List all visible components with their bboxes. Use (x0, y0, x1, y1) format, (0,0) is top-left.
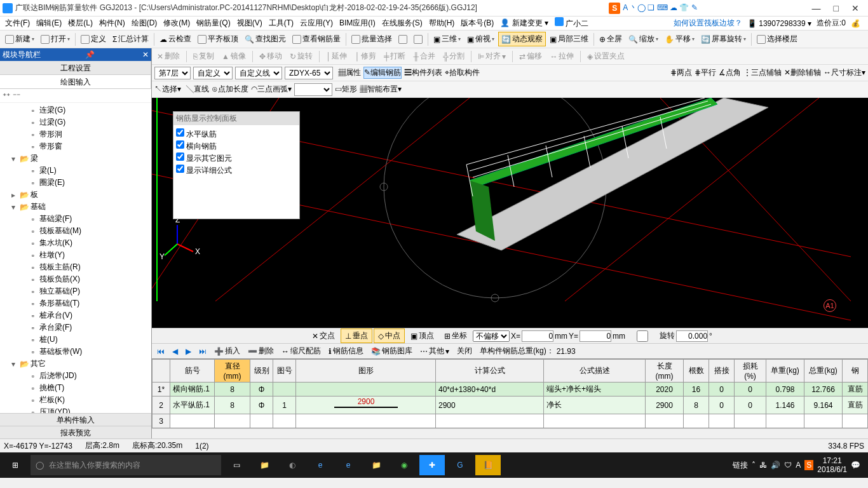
pin-icon[interactable]: 📌 (85, 50, 95, 59)
arc-option-select[interactable] (294, 83, 332, 96)
3d-button[interactable]: ▣三维▾ (431, 32, 463, 46)
line-button[interactable]: ╲直线 (186, 84, 209, 95)
help-link[interactable]: 如何设置筏板边坡？ (674, 18, 742, 29)
sum-button[interactable]: Σ汇总计算 (110, 32, 151, 46)
mirror-button[interactable]: ▲镜像 (219, 50, 248, 63)
coin-balance[interactable]: 造价豆:0 (817, 18, 846, 29)
batch-button[interactable]: 批量选择 (349, 32, 395, 46)
table-header[interactable]: 级别 (250, 360, 273, 383)
stretch-button[interactable]: ↔拉伸 (547, 50, 576, 63)
table-cell[interactable] (709, 414, 735, 428)
display-option[interactable]: 显示其它图元 (176, 152, 297, 164)
rebar-display-panel[interactable]: 钢筋显示控制面板 水平纵筋 横向钢筋 显示其它图元 显示详细公式 (173, 111, 300, 219)
table-header[interactable] (153, 360, 170, 383)
table-cell[interactable] (735, 414, 766, 428)
display-option[interactable]: 显示详细公式 (176, 165, 297, 176)
grip-button[interactable]: ◈设置夹点 (585, 50, 627, 63)
tree-node[interactable]: ▫柱墩(Y) (1, 249, 150, 261)
tree-node[interactable]: ▫条形基础(T) (1, 297, 150, 309)
tray-volume-icon[interactable]: 🔊 (771, 461, 780, 470)
close-button[interactable]: ✕ (851, 3, 859, 13)
cortana-search[interactable]: ◯ 在这里输入你要搜索的内容 (31, 455, 221, 475)
table-cell[interactable]: 0 (709, 396, 735, 414)
snap-perpendicular[interactable]: ⊥垂点 (341, 329, 372, 343)
open-button[interactable]: 打开▾ (38, 32, 72, 46)
find-button[interactable]: 🔍查找图元 (242, 32, 288, 46)
break-button[interactable]: ╪打断 (381, 50, 409, 63)
table-cell[interactable]: 2020 (646, 383, 684, 396)
insert-row-button[interactable]: ➕插入 (212, 344, 243, 358)
table-header[interactable]: 公式描述 (544, 360, 646, 383)
table-header[interactable]: 图形 (296, 360, 436, 383)
tree-node[interactable]: ▸📂板 (1, 189, 150, 201)
table-cell[interactable] (804, 414, 843, 428)
screen-rotate-button[interactable]: 🔄屏幕旋转▾ (698, 32, 749, 46)
choose-floor-button[interactable]: 选择楼层 (754, 32, 800, 46)
category-select[interactable]: 自定义 (193, 67, 233, 79)
tree-node[interactable]: ▫带形洞 (1, 128, 150, 140)
tree-node[interactable]: ▫连梁(G) (1, 104, 150, 116)
menu-draw[interactable]: 绘图(D) (129, 17, 160, 30)
component-list-button[interactable]: ☰构件列表 (404, 67, 442, 78)
delete-row-button[interactable]: ➖删除 (245, 344, 276, 358)
pick-component-button[interactable]: ⌖拾取构件 (445, 67, 480, 78)
tray-clock[interactable]: 17:21 2018/6/1 (817, 456, 847, 475)
tree-node[interactable]: ▫栏板(K) (1, 394, 150, 406)
taskbar-ie-icon[interactable]: e (336, 455, 361, 475)
menu-bim[interactable]: BIM应用(I) (337, 17, 378, 30)
snap-midpoint[interactable]: ◇中点 (374, 329, 405, 343)
expand-icon[interactable]: ⁺⁺ (3, 92, 10, 100)
table-cell[interactable]: 9.164 (804, 396, 843, 414)
rotate-input[interactable] (676, 330, 708, 342)
tray-shield-icon[interactable]: 🛡 (784, 461, 792, 470)
align-button[interactable]: ⊫对齐▾ (475, 50, 508, 63)
taskbar-app-5[interactable]: G (447, 455, 473, 475)
rotate-button[interactable]: ↻旋转 (287, 50, 315, 63)
table-cell[interactable] (843, 414, 868, 428)
nav-last-icon[interactable]: ⏭ (196, 347, 209, 356)
tree-node[interactable]: ▫集水坑(K) (1, 237, 150, 249)
taskbar-app-3[interactable]: ◉ (391, 455, 417, 475)
row-number[interactable]: 1* (153, 383, 170, 396)
table-cell[interactable]: 直筋 (843, 396, 868, 414)
table-cell[interactable]: Φ (250, 383, 273, 396)
snap-intersect[interactable]: ✕交点 (308, 329, 339, 343)
rebar-info-button[interactable]: ℹ钢筋信息 (326, 344, 366, 358)
user-hint[interactable]: 广小二 (552, 16, 591, 30)
other-button[interactable]: ⋯其他▾ (417, 344, 452, 358)
maximize-button[interactable]: □ (834, 3, 839, 13)
table-cell[interactable] (296, 383, 436, 396)
new-change-button[interactable]: 👤 新建变更 ▾ (498, 17, 551, 30)
menu-edit[interactable]: 编辑(E) (34, 17, 64, 30)
move-button[interactable]: ✥移动 (257, 50, 285, 63)
nav-first-icon[interactable]: ⏮ (154, 347, 167, 356)
table-cell[interactable]: 12.766 (804, 383, 843, 396)
table-scrollbar[interactable] (152, 428, 868, 438)
cloud-check-button[interactable]: ☁云检查 (157, 32, 194, 46)
tree-node[interactable]: ▾📂其它 (1, 358, 150, 370)
tab-project-settings[interactable]: 工程设置 (0, 61, 151, 74)
delete-button[interactable]: ✕删除 (154, 50, 182, 63)
tray-ime-a[interactable]: A (796, 461, 801, 470)
table-header[interactable]: 筋号 (170, 360, 215, 383)
dynamic-view-button[interactable]: 🔄动态观察 (498, 32, 546, 46)
offset-button[interactable]: ⇄偏移 (517, 50, 545, 63)
next-icon[interactable] (411, 34, 425, 45)
tree-node[interactable]: ▫圈梁(E) (1, 177, 150, 189)
float-panel-title[interactable]: 钢筋显示控制面板 (173, 112, 299, 125)
tree-node[interactable]: ▫压顶(YD) (1, 406, 150, 413)
table-cell[interactable] (215, 414, 250, 428)
tree-node[interactable]: ▫承台梁(F) (1, 322, 150, 334)
start-button[interactable]: ⊞ (3, 455, 28, 475)
three-point-button[interactable]: ⋮三点辅轴 (743, 67, 782, 78)
tree-node[interactable]: ▾📂基础 (1, 201, 150, 213)
nav-prev-icon[interactable]: ◀ (170, 347, 180, 356)
task-view-icon[interactable]: ▭ (224, 455, 249, 475)
menu-cloud[interactable]: 云应用(Y) (297, 17, 336, 30)
prev-icon[interactable] (396, 34, 410, 45)
tray-up-icon[interactable]: ˄ (752, 461, 756, 470)
table-cell[interactable]: 水平纵筋.1 (170, 396, 215, 414)
taskbar-app-6[interactable]: 📙 (475, 455, 501, 475)
table-cell[interactable]: 8 (215, 383, 250, 396)
tree-node[interactable]: ▫筏板负筋(X) (1, 273, 150, 285)
